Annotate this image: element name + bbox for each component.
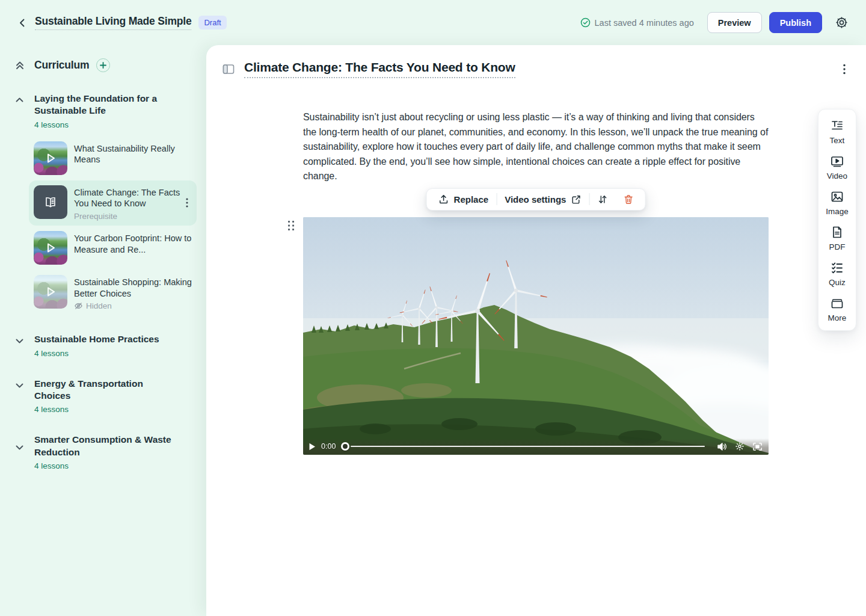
external-link-icon bbox=[571, 194, 581, 205]
volume-icon[interactable] bbox=[717, 442, 727, 451]
lesson-title: What Sustainability Really Means bbox=[74, 143, 192, 165]
text-block-icon bbox=[830, 119, 844, 133]
lesson-kebab-icon[interactable] bbox=[186, 198, 188, 208]
video-block: Replace Video settings bbox=[303, 217, 769, 455]
play-overlay-icon bbox=[34, 231, 67, 265]
section-lesson-count: 4 lessons bbox=[34, 405, 173, 414]
video-settings-button[interactable]: Video settings bbox=[497, 189, 589, 210]
publish-button[interactable]: Publish bbox=[769, 12, 822, 33]
reading-thumbnail bbox=[34, 185, 67, 219]
video-thumbnail bbox=[34, 231, 67, 265]
curriculum-sidebar: Curriculum Laying the Foundation for a S… bbox=[0, 45, 206, 616]
status-badge: Draft bbox=[198, 16, 226, 29]
lesson-list: What Sustainability Really Means Climate… bbox=[0, 137, 206, 315]
quiz-block-icon bbox=[830, 260, 844, 275]
lesson-title: Sustainable Shopping: Making Better Choi… bbox=[74, 277, 192, 299]
palette-label: Text bbox=[830, 136, 845, 145]
play-overlay-icon bbox=[34, 141, 67, 175]
palette-label: Image bbox=[826, 207, 849, 216]
seek-track[interactable] bbox=[351, 446, 705, 448]
play-overlay-icon bbox=[34, 275, 67, 309]
section-toggle[interactable]: Sustainable Home Practices 4 lessons bbox=[0, 333, 206, 357]
section-title: Energy & Transportation Choices bbox=[34, 378, 173, 402]
video-thumbnail bbox=[34, 141, 67, 175]
upload-icon bbox=[438, 194, 449, 205]
lesson-options-kebab-icon[interactable] bbox=[841, 61, 848, 77]
open-book-icon bbox=[43, 194, 58, 210]
palette-label: Quiz bbox=[829, 278, 846, 287]
settings-gear-icon[interactable] bbox=[832, 14, 850, 32]
curriculum-section: Energy & Transportation Choices 4 lesson… bbox=[0, 378, 206, 414]
lesson-row-video[interactable]: What Sustainability Really Means bbox=[29, 137, 197, 180]
palette-item-image[interactable]: Image bbox=[818, 189, 856, 216]
curriculum-title: Curriculum bbox=[34, 59, 89, 72]
video-controls: 0:00 bbox=[303, 439, 769, 455]
drag-handle-icon[interactable] bbox=[287, 220, 295, 231]
curriculum-header: Curriculum bbox=[0, 58, 206, 72]
video-block-icon bbox=[830, 154, 844, 168]
palette-item-text[interactable]: Text bbox=[818, 119, 856, 145]
lesson-header: Climate Change: The Facts You Need to Kn… bbox=[206, 45, 866, 78]
lesson-row-video-hidden[interactable]: Sustainable Shopping: Making Better Choi… bbox=[29, 270, 197, 315]
plus-icon bbox=[100, 62, 106, 69]
video-settings-gear-icon[interactable] bbox=[735, 442, 745, 451]
lesson-title: Your Carbon Footprint: How to Measure an… bbox=[74, 233, 192, 255]
move-block-button[interactable] bbox=[589, 189, 615, 210]
section-toggle[interactable]: Laying the Foundation for a Sustainable … bbox=[0, 93, 206, 129]
lesson-content: Sustainability isn’t just about recyclin… bbox=[303, 110, 769, 455]
chevron-up-icon bbox=[14, 95, 25, 129]
eye-off-icon bbox=[74, 301, 83, 310]
play-button-icon[interactable] bbox=[309, 443, 316, 451]
trash-icon bbox=[622, 194, 634, 205]
last-saved-status: Last saved 4 minutes ago bbox=[580, 17, 694, 28]
block-toolbar: Replace Video settings bbox=[426, 188, 646, 211]
lesson-meta-hidden: Hidden bbox=[74, 301, 192, 310]
check-circle-icon bbox=[580, 17, 591, 28]
lesson-row-video[interactable]: Your Carbon Footprint: How to Measure an… bbox=[29, 226, 197, 270]
chevron-down-icon bbox=[14, 380, 25, 414]
video-player[interactable]: 0:00 bbox=[303, 217, 769, 455]
video-timestamp: 0:00 bbox=[321, 442, 336, 451]
add-curriculum-button[interactable] bbox=[96, 58, 110, 72]
section-toggle[interactable]: Smarter Consumption & Waste Reduction 4 … bbox=[0, 434, 206, 470]
section-title: Smarter Consumption & Waste Reduction bbox=[34, 434, 173, 458]
curriculum-section: Smarter Consumption & Waste Reduction 4 … bbox=[0, 434, 206, 470]
swap-vertical-icon bbox=[597, 194, 608, 205]
preview-button[interactable]: Preview bbox=[707, 12, 762, 33]
video-thumbnail bbox=[34, 275, 67, 309]
video-poster-wind-turbines bbox=[303, 217, 769, 455]
section-lesson-count: 4 lessons bbox=[34, 120, 173, 129]
top-bar: Sustainable Living Made Simple Draft Las… bbox=[0, 0, 866, 45]
palette-label: PDF bbox=[829, 242, 846, 251]
lesson-meta-prerequisite: Prerequisite bbox=[74, 212, 192, 221]
palette-item-more[interactable]: More bbox=[818, 296, 856, 322]
lesson-row-reading-selected[interactable]: Climate Change: The Facts You Need to Kn… bbox=[29, 180, 197, 226]
last-saved-text: Last saved 4 minutes ago bbox=[595, 18, 694, 28]
chevron-down-icon bbox=[14, 442, 25, 470]
course-title[interactable]: Sustainable Living Made Simple bbox=[35, 15, 191, 30]
palette-label: Video bbox=[827, 171, 847, 180]
lesson-editor-card: Climate Change: The Facts You Need to Kn… bbox=[206, 45, 866, 616]
replace-button[interactable]: Replace bbox=[431, 189, 497, 210]
delete-block-button[interactable] bbox=[615, 189, 641, 210]
lesson-page-title[interactable]: Climate Change: The Facts You Need to Kn… bbox=[244, 60, 515, 78]
palette-item-quiz[interactable]: Quiz bbox=[818, 260, 856, 287]
image-block-icon bbox=[830, 189, 844, 204]
curriculum-section: Laying the Foundation for a Sustainable … bbox=[0, 93, 206, 315]
fullscreen-icon[interactable] bbox=[752, 442, 763, 451]
section-toggle[interactable]: Energy & Transportation Choices 4 lesson… bbox=[0, 378, 206, 414]
sidebar-toggle-icon[interactable] bbox=[222, 63, 235, 76]
section-lesson-count: 4 lessons bbox=[34, 461, 173, 470]
lesson-paragraph[interactable]: Sustainability isn’t just about recyclin… bbox=[303, 110, 769, 184]
section-lesson-count: 4 lessons bbox=[34, 349, 159, 358]
palette-item-video[interactable]: Video bbox=[818, 154, 856, 180]
section-title: Sustainable Home Practices bbox=[34, 333, 159, 345]
lesson-title: Climate Change: The Facts You Need to Kn… bbox=[74, 187, 192, 209]
seek-knob[interactable] bbox=[341, 442, 349, 451]
topbar-actions: Last saved 4 minutes ago Preview Publish bbox=[580, 12, 850, 33]
palette-item-pdf[interactable]: PDF bbox=[818, 225, 856, 251]
chevron-down-icon bbox=[14, 336, 25, 357]
back-icon[interactable] bbox=[14, 15, 30, 31]
palette-label: More bbox=[828, 313, 847, 322]
collapse-all-icon[interactable] bbox=[14, 60, 25, 72]
